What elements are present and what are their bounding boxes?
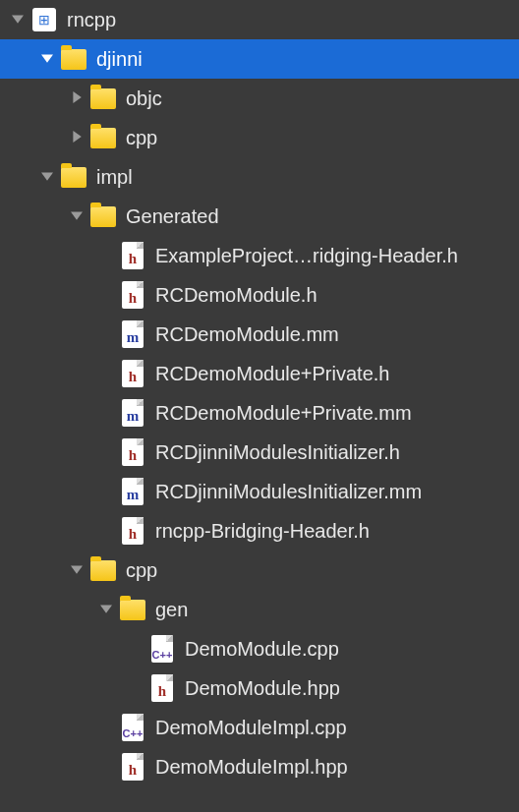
disclosure-triangle-icon[interactable]	[100, 603, 114, 616]
tree-file-row[interactable]: hRCDemoModule.h	[0, 275, 519, 315]
header-file-icon: h	[120, 754, 145, 780]
disclosure-spacer	[100, 445, 114, 459]
tree-file-row[interactable]: hRCDjinniModulesInitializer.h	[0, 433, 519, 472]
disclosure-triangle-icon[interactable]	[12, 13, 26, 27]
objc-impl-file-icon: m	[120, 479, 145, 504]
tree-file-row[interactable]: mRCDemoModule+Private.mm	[0, 393, 519, 433]
tree-item-label: rncpp-Bridging-Header.h	[155, 520, 370, 543]
tree-item-label: djinni	[96, 48, 143, 71]
tree-item-label: RCDjinniModulesInitializer.mm	[155, 481, 422, 503]
folder-icon	[120, 597, 145, 622]
disclosure-spacer	[100, 327, 114, 341]
disclosure-spacer	[100, 524, 114, 538]
tree-folder-row[interactable]: gen	[0, 590, 519, 629]
disclosure-spacer	[100, 367, 114, 380]
header-file-icon: h	[149, 675, 175, 701]
tree-file-row[interactable]: hrncpp-Bridging-Header.h	[0, 511, 519, 551]
tree-item-label: RCDemoModule.h	[155, 284, 317, 307]
tree-item-label: impl	[96, 166, 133, 189]
tree-item-label: cpp	[126, 559, 157, 582]
tree-folder-row[interactable]: cpp	[0, 551, 519, 590]
disclosure-triangle-icon[interactable]	[41, 52, 55, 66]
tree-folder-row[interactable]: djinni	[0, 39, 519, 79]
disclosure-spacer	[100, 249, 114, 262]
disclosure-spacer	[100, 288, 114, 302]
disclosure-triangle-icon[interactable]	[71, 91, 85, 105]
tree-file-row[interactable]: hDemoModule.hpp	[0, 668, 519, 708]
disclosure-triangle-icon[interactable]	[71, 563, 85, 577]
xcode-project-icon: ⊞	[31, 7, 57, 32]
objc-impl-file-icon: m	[120, 400, 145, 426]
disclosure-triangle-icon[interactable]	[41, 170, 55, 184]
tree-item-label: Generated	[126, 205, 219, 228]
tree-item-label: gen	[155, 599, 188, 621]
tree-item-label: RCDjinniModulesInitializer.h	[155, 441, 400, 464]
folder-icon	[90, 203, 116, 229]
folder-icon	[61, 164, 86, 190]
tree-folder-row[interactable]: impl	[0, 157, 519, 197]
tree-file-row[interactable]: hRCDemoModule+Private.h	[0, 354, 519, 393]
header-file-icon: h	[120, 518, 145, 544]
tree-folder-row[interactable]: objc	[0, 79, 519, 118]
tree-file-row[interactable]: hExampleProject…ridging-Header.h	[0, 236, 519, 275]
folder-icon	[90, 86, 116, 111]
tree-file-row[interactable]: hDemoModuleImpl.hpp	[0, 747, 519, 786]
folder-icon	[90, 125, 116, 150]
header-file-icon: h	[120, 361, 145, 386]
tree-file-row[interactable]: mRCDjinniModulesInitializer.mm	[0, 472, 519, 511]
tree-item-label: RCDemoModule+Private.mm	[155, 402, 412, 425]
tree-item-label: DemoModuleImpl.cpp	[155, 717, 347, 739]
tree-item-label: ExampleProject…ridging-Header.h	[155, 245, 458, 267]
header-file-icon: h	[120, 243, 145, 268]
folder-icon	[61, 46, 86, 72]
disclosure-spacer	[130, 642, 144, 656]
header-file-icon: h	[120, 439, 145, 465]
tree-item-label: objc	[126, 87, 162, 110]
objc-impl-file-icon: m	[120, 321, 145, 347]
tree-item-label: cpp	[126, 127, 157, 149]
disclosure-spacer	[100, 406, 114, 420]
disclosure-spacer	[100, 485, 114, 498]
folder-icon	[90, 557, 116, 583]
disclosure-spacer	[100, 760, 114, 774]
cpp-file-icon: C++	[120, 715, 145, 740]
cpp-file-icon: C++	[149, 636, 175, 662]
tree-file-row[interactable]: C++DemoModuleImpl.cpp	[0, 708, 519, 747]
file-navigator-tree[interactable]: ⊞rncppdjinniobjccppimplGeneratedhExample…	[0, 0, 519, 786]
tree-file-row[interactable]: mRCDemoModule.mm	[0, 315, 519, 354]
tree-item-label: DemoModule.hpp	[185, 677, 340, 700]
tree-item-label: rncpp	[67, 9, 116, 31]
tree-item-label: DemoModuleImpl.hpp	[155, 756, 348, 779]
tree-folder-row[interactable]: ⊞rncpp	[0, 0, 519, 39]
tree-folder-row[interactable]: Generated	[0, 197, 519, 236]
disclosure-spacer	[100, 721, 114, 734]
tree-item-label: RCDemoModule.mm	[155, 323, 339, 346]
header-file-icon: h	[120, 282, 145, 308]
disclosure-triangle-icon[interactable]	[71, 209, 85, 223]
tree-item-label: DemoModule.cpp	[185, 638, 339, 661]
tree-folder-row[interactable]: cpp	[0, 118, 519, 157]
tree-item-label: RCDemoModule+Private.h	[155, 363, 389, 385]
tree-file-row[interactable]: C++DemoModule.cpp	[0, 629, 519, 668]
disclosure-triangle-icon[interactable]	[71, 131, 85, 145]
disclosure-spacer	[130, 681, 144, 695]
